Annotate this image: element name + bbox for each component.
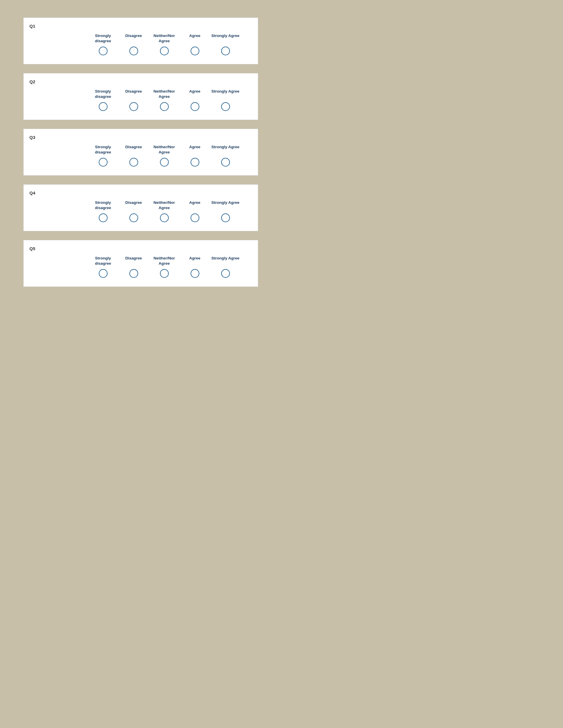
radio-q3-option-0[interactable]: [99, 158, 107, 167]
scale-label-q4-4: Strongly Agree: [211, 200, 239, 211]
scale-label-q4-2: Neither/Nor Agree: [149, 200, 179, 211]
scale-option-q3-1: Disagree: [118, 144, 149, 167]
scale-label-q4-0: Strongly disagree: [88, 200, 118, 211]
scale-row-q5: Strongly disagreeDisagreeNeither/Nor Agr…: [88, 256, 249, 278]
scale-label-q1-1: Disagree: [125, 33, 142, 44]
scale-label-q5-3: Agree: [189, 256, 200, 266]
survey-form: Q1Strongly disagreeDisagreeNeither/Nor A…: [23, 17, 258, 287]
scale-label-q3-1: Disagree: [125, 144, 142, 155]
scale-label-q2-0: Strongly disagree: [88, 89, 118, 99]
radio-q3-option-1[interactable]: [129, 158, 138, 167]
radio-q4-option-3[interactable]: [190, 213, 199, 222]
scale-row-q1: Strongly disagreeDisagreeNeither/Nor Agr…: [88, 33, 249, 55]
scale-option-q1-4: Strongly Agree: [210, 33, 241, 55]
radio-q4-option-2[interactable]: [160, 213, 169, 222]
scale-label-q3-3: Agree: [189, 144, 200, 155]
scale-row-q2: Strongly disagreeDisagreeNeither/Nor Agr…: [88, 89, 249, 111]
radio-q2-option-1[interactable]: [129, 102, 138, 111]
scale-option-q2-1: Disagree: [118, 89, 149, 111]
scale-option-q1-0: Strongly disagree: [88, 33, 118, 55]
scale-label-q1-4: Strongly Agree: [211, 33, 239, 44]
scale-label-q3-4: Strongly Agree: [211, 144, 239, 155]
scale-option-q1-1: Disagree: [118, 33, 149, 55]
question-box-q3: Q3Strongly disagreeDisagreeNeither/Nor A…: [23, 129, 258, 176]
radio-q2-option-3[interactable]: [190, 102, 199, 111]
radio-q4-option-0[interactable]: [99, 213, 107, 222]
scale-label-q5-2: Neither/Nor Agree: [149, 256, 179, 266]
question-label-q5: Q5: [29, 246, 249, 251]
radio-q3-option-3[interactable]: [190, 158, 199, 167]
scale-option-q2-4: Strongly Agree: [210, 89, 241, 111]
radio-q1-option-1[interactable]: [129, 47, 138, 55]
scale-label-q1-0: Strongly disagree: [88, 33, 118, 44]
question-box-q1: Q1Strongly disagreeDisagreeNeither/Nor A…: [23, 17, 258, 64]
scale-label-q5-1: Disagree: [125, 256, 142, 266]
radio-q2-option-0[interactable]: [99, 102, 107, 111]
radio-q1-option-0[interactable]: [99, 47, 107, 55]
scale-option-q5-2: Neither/Nor Agree: [149, 256, 179, 278]
radio-q1-option-2[interactable]: [160, 47, 169, 55]
scale-row-q4: Strongly disagreeDisagreeNeither/Nor Agr…: [88, 200, 249, 222]
radio-q3-option-2[interactable]: [160, 158, 169, 167]
scale-label-q5-4: Strongly Agree: [211, 256, 239, 266]
question-box-q4: Q4Strongly disagreeDisagreeNeither/Nor A…: [23, 184, 258, 231]
radio-q2-option-4[interactable]: [221, 102, 230, 111]
scale-label-q3-0: Strongly disagree: [88, 144, 118, 155]
scale-option-q4-0: Strongly disagree: [88, 200, 118, 222]
radio-q1-option-3[interactable]: [190, 47, 199, 55]
radio-q2-option-2[interactable]: [160, 102, 169, 111]
question-label-q3: Q3: [29, 135, 249, 140]
scale-option-q3-4: Strongly Agree: [210, 144, 241, 167]
question-box-q2: Q2Strongly disagreeDisagreeNeither/Nor A…: [23, 73, 258, 120]
scale-option-q3-3: Agree: [179, 144, 210, 167]
radio-q5-option-3[interactable]: [190, 269, 199, 278]
question-label-q1: Q1: [29, 24, 249, 29]
scale-option-q1-3: Agree: [179, 33, 210, 55]
radio-q4-option-4[interactable]: [221, 213, 230, 222]
radio-q5-option-0[interactable]: [99, 269, 107, 278]
scale-label-q2-1: Disagree: [125, 89, 142, 99]
scale-option-q4-4: Strongly Agree: [210, 200, 241, 222]
scale-label-q2-3: Agree: [189, 89, 200, 99]
scale-option-q5-0: Strongly disagree: [88, 256, 118, 278]
scale-label-q1-3: Agree: [189, 33, 200, 44]
radio-q3-option-4[interactable]: [221, 158, 230, 167]
scale-option-q2-3: Agree: [179, 89, 210, 111]
scale-option-q1-2: Neither/Nor Agree: [149, 33, 179, 55]
scale-option-q2-2: Neither/Nor Agree: [149, 89, 179, 111]
radio-q4-option-1[interactable]: [129, 213, 138, 222]
scale-option-q2-0: Strongly disagree: [88, 89, 118, 111]
scale-label-q4-3: Agree: [189, 200, 200, 211]
scale-option-q4-1: Disagree: [118, 200, 149, 222]
radio-q5-option-4[interactable]: [221, 269, 230, 278]
scale-option-q3-0: Strongly disagree: [88, 144, 118, 167]
scale-label-q1-2: Neither/Nor Agree: [149, 33, 179, 44]
scale-option-q5-3: Agree: [179, 256, 210, 278]
question-box-q5: Q5Strongly disagreeDisagreeNeither/Nor A…: [23, 240, 258, 287]
scale-label-q4-1: Disagree: [125, 200, 142, 211]
radio-q5-option-2[interactable]: [160, 269, 169, 278]
scale-option-q5-4: Strongly Agree: [210, 256, 241, 278]
radio-q1-option-4[interactable]: [221, 47, 230, 55]
scale-label-q3-2: Neither/Nor Agree: [149, 144, 179, 155]
question-label-q2: Q2: [29, 79, 249, 84]
scale-label-q2-4: Strongly Agree: [211, 89, 239, 99]
scale-label-q2-2: Neither/Nor Agree: [149, 89, 179, 99]
question-label-q4: Q4: [29, 190, 249, 195]
scale-option-q3-2: Neither/Nor Agree: [149, 144, 179, 167]
scale-option-q5-1: Disagree: [118, 256, 149, 278]
scale-label-q5-0: Strongly disagree: [88, 256, 118, 266]
scale-option-q4-3: Agree: [179, 200, 210, 222]
scale-row-q3: Strongly disagreeDisagreeNeither/Nor Agr…: [88, 144, 249, 167]
scale-option-q4-2: Neither/Nor Agree: [149, 200, 179, 222]
radio-q5-option-1[interactable]: [129, 269, 138, 278]
